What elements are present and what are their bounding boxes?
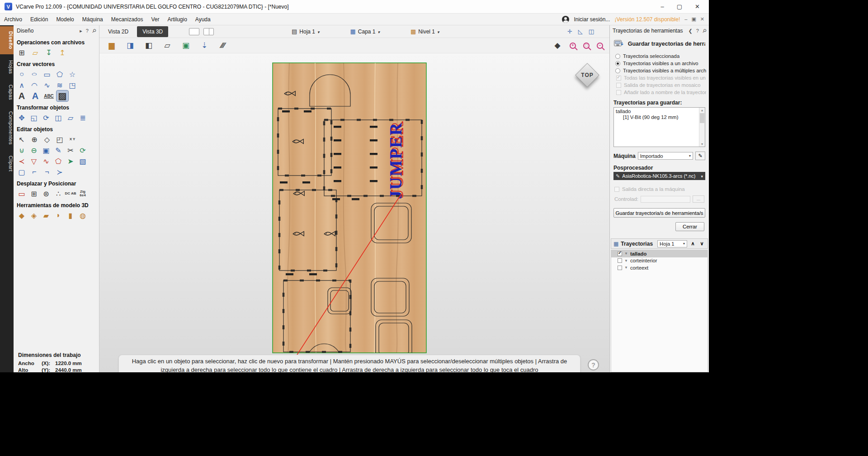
select-tool-icon[interactable]: ↖ <box>16 134 28 145</box>
set-size-icon[interactable]: ◱ <box>28 112 40 123</box>
view-cube[interactable]: TOP <box>574 63 600 87</box>
component-from-bitmap-icon[interactable]: ◈ <box>28 210 40 221</box>
snap-guides-icon[interactable]: ◺ <box>578 28 583 35</box>
free-transform-icon[interactable]: ◇ <box>41 134 53 145</box>
scrollbar[interactable]: ▴ ▾ <box>699 108 705 147</box>
save-scope-option[interactable]: Trayectorias visibles a múltiples archiv… <box>610 67 709 74</box>
zoom-in-icon[interactable]: + <box>570 43 576 49</box>
move-tool-icon[interactable]: ✥ <box>16 112 28 123</box>
toolpaths-to-save-list[interactable]: tallado[1] V-Bit (90 deg 12 mm) ▴ ▾ <box>613 107 705 147</box>
draw-curve-icon[interactable]: ∿ <box>41 80 53 90</box>
sidebar-tab[interactable]: Clipart <box>0 151 14 176</box>
toolpath-visibility-checkbox[interactable] <box>618 258 622 263</box>
chamfer-corner-icon[interactable]: ¬ <box>41 166 53 177</box>
rotate-tool-icon[interactable]: ⟳ <box>40 112 52 123</box>
save-list-item[interactable]: [1] V-Bit (90 deg 12 mm) <box>614 114 705 120</box>
view-tab[interactable]: Vista 2D <box>103 26 134 37</box>
new-file-icon[interactable]: ⊞ <box>16 47 28 58</box>
zoom-window-icon[interactable]: □ <box>583 43 590 49</box>
draw-circle-icon[interactable]: ○ <box>16 69 28 80</box>
sheet-dropdown[interactable]: ▤ Hoja 1 <box>292 28 320 35</box>
save-option-checkbox[interactable]: Añadir lado a nombre de la trayectoria <box>610 89 709 96</box>
extend-vectors-icon[interactable]: ≻ <box>54 166 66 177</box>
undock-panel-icon[interactable]: ▸ <box>80 28 82 34</box>
help-button[interactable]: ? <box>588 359 599 370</box>
menu-item[interactable]: Máquina <box>78 14 107 25</box>
scissors-icon[interactable]: ✂ <box>65 145 76 156</box>
menu-item[interactable]: Edición <box>26 14 52 25</box>
sketch-lines-icon[interactable]: ≋ <box>54 80 66 90</box>
browse-controller-button[interactable]: ... <box>693 195 704 203</box>
fit-bezier-icon[interactable]: ∿ <box>40 156 52 166</box>
menu-item[interactable]: Artilugio <box>164 14 191 25</box>
user-avatar-icon[interactable] <box>562 16 569 23</box>
level-dropdown[interactable]: ▩ Nivel 1 <box>410 28 439 35</box>
nesting-icon[interactable]: Zig 6e4 <box>77 188 89 199</box>
sidebar-tab[interactable]: Diseño <box>0 26 14 54</box>
layer-dropdown[interactable]: ▦ Capa 1 <box>350 28 380 35</box>
doc-close-icon[interactable]: ✕ <box>700 16 704 22</box>
sidebar-tab[interactable]: Hojas <box>0 55 14 79</box>
canvas-3d-view[interactable]: JUMPER JUMPER <box>99 53 609 372</box>
auto-layout-text-icon[interactable]: A <box>29 90 41 101</box>
measure-tool-icon[interactable]: X Y <box>66 134 78 145</box>
selection-box-icon[interactable]: ◰ <box>54 134 66 145</box>
material-block-icon[interactable]: ▆ <box>106 40 118 51</box>
draw-ellipse-icon[interactable]: ○ <box>28 69 40 80</box>
slice-model-icon[interactable]: ◗ <box>52 210 64 221</box>
block-array-icon[interactable]: ⊞ <box>28 188 40 199</box>
pin-panel-icon[interactable]: ⚲ <box>91 28 98 34</box>
zoom-out-icon[interactable]: − <box>597 43 603 49</box>
menu-item[interactable]: Ver <box>147 14 163 25</box>
help-icon[interactable]: ? <box>86 28 89 33</box>
view-tab[interactable]: Vista 3D <box>137 26 168 37</box>
sheet-filter-select[interactable]: Hoja 1 <box>657 240 687 247</box>
version-update-link[interactable]: ¡Versión 12.507 disponible! <box>614 16 680 23</box>
postprocessor-select[interactable]: AsiaRobotica-NK105.3-arcs (*.nc) <box>613 172 705 180</box>
scrollbar-thumb[interactable] <box>700 113 704 123</box>
toolpaths-list[interactable]: ▼ tallado ▼ corteinterior ▼ corteext <box>611 250 708 372</box>
fit-arc-icon[interactable]: ≺ <box>16 156 28 166</box>
open-corner-icon[interactable]: ⌐ <box>28 166 40 177</box>
circular-array-icon[interactable]: ⊛ <box>40 188 52 199</box>
save-option-checkbox[interactable]: Todas las trayectorias visibles en un ar… <box>610 74 709 81</box>
scroll-up-icon[interactable]: ▴ <box>699 108 705 113</box>
move-selection-icon[interactable]: ▭ <box>16 188 28 199</box>
doc-minimize-icon[interactable]: – <box>684 16 687 22</box>
move-toolpath-down-button[interactable]: ∨ <box>698 240 705 248</box>
menu-item[interactable]: Modelo <box>52 14 78 25</box>
close-panel-button[interactable]: Cerrar <box>675 222 704 231</box>
close-button[interactable]: ✕ <box>695 3 700 10</box>
iso-view-icon[interactable]: ▣ <box>180 40 192 51</box>
sidebar-tab[interactable]: Componentes <box>0 106 14 150</box>
sign-in-link[interactable]: Iniciar sesión... <box>574 16 610 23</box>
join-open-vectors-icon[interactable]: ⟳ <box>77 145 89 156</box>
mirror-tool-icon[interactable]: ◫ <box>52 112 64 123</box>
draw-text-icon[interactable]: A <box>16 90 28 101</box>
node-edit-icon[interactable]: ⊕ <box>28 134 40 145</box>
extrude-model-icon[interactable]: ▮ <box>65 210 76 221</box>
import-vectors-icon[interactable]: ↧ <box>43 47 55 58</box>
toolpath-item[interactable]: ▼ corteext <box>611 264 708 271</box>
pin-panel-icon[interactable]: ⚲ <box>701 28 708 34</box>
menu-item[interactable]: Ayuda <box>191 14 215 25</box>
edit-polygon-icon[interactable]: ⬠ <box>52 156 64 166</box>
open-file-icon[interactable]: ▱ <box>29 47 41 58</box>
maximize-button[interactable]: ▢ <box>677 3 682 10</box>
canvas-3d[interactable]: JUMPER JUMPER TOP Haga clic en un objeto… <box>99 53 609 372</box>
fit-polyline-icon[interactable]: ▽ <box>28 156 40 166</box>
save-scope-option[interactable]: Trayectorias visibles a un archivo <box>610 60 709 67</box>
single-pane-icon[interactable] <box>189 28 199 35</box>
draw-polygon-icon[interactable]: ⬠ <box>54 69 66 80</box>
split-pane-icon[interactable] <box>203 28 214 35</box>
vector-boundary-icon[interactable]: ◳ <box>66 80 78 90</box>
copy-along-vectors-icon[interactable]: DC AB <box>65 188 76 199</box>
toolpath-drape-icon[interactable]: ⇣ <box>198 40 210 51</box>
save-option-checkbox[interactable]: Salida de trayectorias en mosaico <box>610 81 709 89</box>
weld-vectors-icon[interactable]: ⊍ <box>16 145 28 156</box>
toolpath-item[interactable]: ▼ tallado <box>611 250 708 257</box>
multi-sided-view-icon[interactable]: ◨ <box>124 40 136 51</box>
toolpath-visibility-checkbox[interactable] <box>618 252 622 256</box>
menu-item[interactable]: Archivo <box>0 14 26 25</box>
align-objects-icon[interactable]: ≣ <box>77 112 89 123</box>
